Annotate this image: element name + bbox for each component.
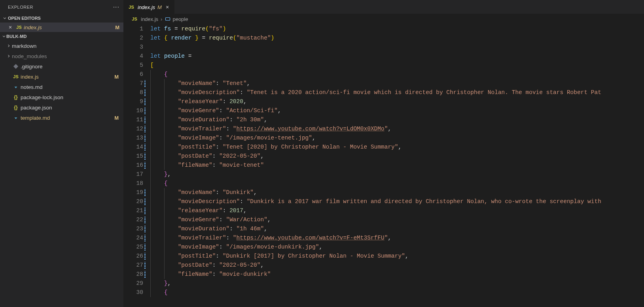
explorer-header: EXPLORER ··· [0, 0, 123, 14]
open-editors-label: OPEN EDITORS [8, 16, 41, 21]
open-editor-filename: index.js [24, 24, 115, 30]
modified-badge: M [114, 115, 119, 121]
code-editor[interactable]: 1234567891011121314151617181920212223242… [123, 24, 644, 307]
modified-badge: M [115, 24, 119, 30]
more-actions-icon[interactable]: ··· [113, 4, 119, 11]
close-icon[interactable]: × [7, 24, 13, 30]
markdown-file-icon [12, 115, 20, 121]
breadcrumb-symbol[interactable]: people [172, 16, 188, 22]
modified-badge: M [114, 74, 119, 80]
tab-bar: JS index.js M × [123, 0, 644, 14]
folder-name: markdown [12, 43, 119, 49]
json-file-icon: {} [12, 94, 20, 100]
git-file-icon [12, 64, 20, 69]
file-item[interactable]: {}package.json [0, 102, 123, 113]
editor-area: JS index.js M × JS index.js › people 123… [123, 0, 644, 307]
file-name: template.md [21, 115, 114, 121]
folder-item[interactable]: node_modules [0, 51, 123, 61]
variable-icon [165, 16, 171, 22]
chevron-right-icon [6, 43, 12, 48]
tab-filename: index.js [138, 4, 155, 10]
line-gutter: 1234567891011121314151617181920212223242… [123, 24, 150, 307]
open-editors-header[interactable]: OPEN EDITORS [0, 14, 123, 23]
svg-rect-0 [166, 18, 170, 21]
project-header[interactable]: BULK-MD [0, 32, 123, 41]
file-name: .gitignore [21, 64, 119, 70]
file-tree: markdownnode_modules.gitignoreJSindex.js… [0, 41, 123, 123]
folder-name: node_modules [12, 53, 119, 59]
close-icon[interactable]: × [166, 4, 169, 10]
chevron-right-icon: › [161, 16, 162, 22]
markdown-file-icon [12, 84, 20, 90]
breadcrumb[interactable]: JS index.js › people [123, 14, 644, 24]
js-file-icon: JS [127, 5, 135, 9]
explorer-sidebar: EXPLORER ··· OPEN EDITORS × JS index.js … [0, 0, 123, 307]
js-file-icon: JS [131, 17, 138, 21]
file-name: package.json [21, 105, 119, 111]
json-file-icon: {} [12, 105, 20, 110]
code-content[interactable]: let fs = require("fs")let { render } = r… [150, 24, 644, 307]
project-label: BULK-MD [6, 34, 27, 39]
explorer-title: EXPLORER [8, 5, 33, 9]
js-file-icon: JS [15, 25, 23, 30]
tab-index-js[interactable]: JS index.js M × [123, 0, 175, 14]
file-name: notes.md [21, 84, 119, 90]
file-item[interactable]: JSindex.jsM [0, 72, 123, 82]
open-editor-item[interactable]: × JS index.js M [0, 23, 123, 32]
chevron-down-icon [2, 16, 8, 21]
breadcrumb-file[interactable]: index.js [141, 16, 158, 22]
file-name: package-lock.json [21, 94, 119, 100]
folder-item[interactable]: markdown [0, 41, 123, 51]
file-item[interactable]: template.mdM [0, 113, 123, 123]
chevron-down-icon [2, 34, 6, 39]
tab-modified-badge: M [157, 4, 162, 10]
file-item[interactable]: notes.md [0, 82, 123, 92]
js-file-icon: JS [12, 74, 20, 79]
file-item[interactable]: .gitignore [0, 61, 123, 72]
chevron-right-icon [6, 54, 12, 58]
file-item[interactable]: {}package-lock.json [0, 92, 123, 102]
file-name: index.js [21, 74, 114, 80]
